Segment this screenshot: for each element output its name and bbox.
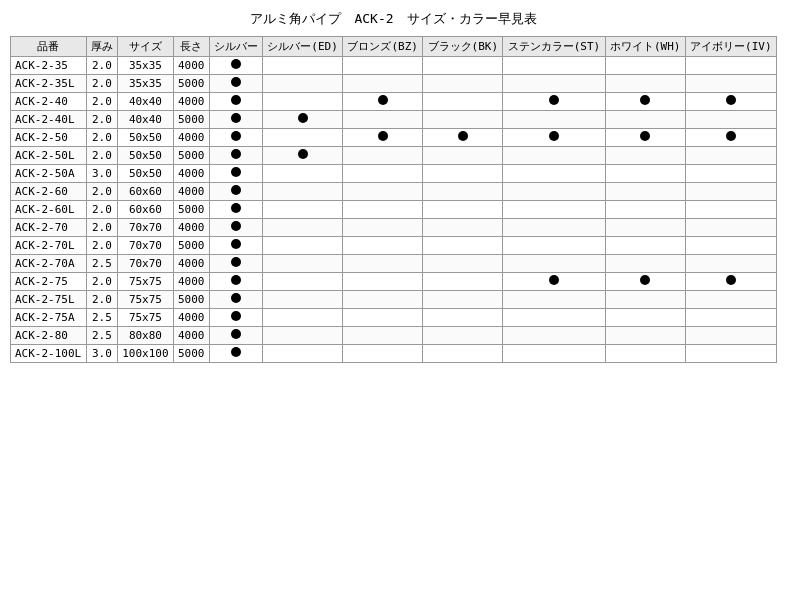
availability-dot	[231, 131, 241, 141]
cell-size: 35x35	[118, 57, 174, 75]
availability-dot	[231, 167, 241, 177]
availability-dot	[549, 95, 559, 105]
cell-silver_ed	[263, 345, 343, 363]
table-row: ACK-2-50L2.050x505000	[11, 147, 777, 165]
header-white-wh: ホワイト(WH)	[605, 37, 685, 57]
availability-dot	[231, 329, 241, 339]
cell-nagasa: 4000	[173, 57, 209, 75]
cell-white_wh	[605, 75, 685, 93]
cell-nagasa: 5000	[173, 201, 209, 219]
cell-nagasa: 5000	[173, 345, 209, 363]
cell-white_wh	[605, 219, 685, 237]
cell-sten_st	[503, 273, 605, 291]
cell-sten_st	[503, 327, 605, 345]
cell-nagasa: 4000	[173, 183, 209, 201]
cell-nagasa: 4000	[173, 309, 209, 327]
header-nagasa: 長さ	[173, 37, 209, 57]
cell-atsumi: 2.0	[86, 219, 117, 237]
cell-bronze_bz	[343, 147, 423, 165]
availability-dot	[458, 131, 468, 141]
cell-bronze_bz	[343, 345, 423, 363]
cell-nagasa: 4000	[173, 273, 209, 291]
cell-black_bk	[423, 165, 503, 183]
cell-sten_st	[503, 237, 605, 255]
cell-silver_ed	[263, 327, 343, 345]
cell-bronze_bz	[343, 201, 423, 219]
table-row: ACK-2-602.060x604000	[11, 183, 777, 201]
table-row: ACK-2-35L2.035x355000	[11, 75, 777, 93]
availability-dot	[231, 221, 241, 231]
cell-black_bk	[423, 273, 503, 291]
cell-black_bk	[423, 111, 503, 129]
availability-dot	[231, 95, 241, 105]
cell-size: 75x75	[118, 291, 174, 309]
cell-silver	[209, 345, 262, 363]
cell-ivory_iv	[685, 201, 776, 219]
availability-dot	[231, 203, 241, 213]
cell-hinban: ACK-2-80	[11, 327, 87, 345]
cell-silver_ed	[263, 273, 343, 291]
cell-nagasa: 5000	[173, 237, 209, 255]
cell-atsumi: 2.0	[86, 273, 117, 291]
availability-dot	[298, 113, 308, 123]
cell-bronze_bz	[343, 291, 423, 309]
cell-silver	[209, 147, 262, 165]
cell-atsumi: 2.0	[86, 291, 117, 309]
availability-dot	[726, 95, 736, 105]
cell-size: 40x40	[118, 93, 174, 111]
table-row: ACK-2-702.070x704000	[11, 219, 777, 237]
table-row: ACK-2-70A2.570x704000	[11, 255, 777, 273]
cell-atsumi: 2.0	[86, 201, 117, 219]
cell-white_wh	[605, 345, 685, 363]
cell-bronze_bz	[343, 129, 423, 147]
availability-dot	[231, 113, 241, 123]
table-row: ACK-2-75A2.575x754000	[11, 309, 777, 327]
availability-dot	[231, 77, 241, 87]
cell-black_bk	[423, 291, 503, 309]
cell-hinban: ACK-2-40L	[11, 111, 87, 129]
cell-bronze_bz	[343, 219, 423, 237]
cell-silver	[209, 273, 262, 291]
cell-size: 70x70	[118, 255, 174, 273]
cell-hinban: ACK-2-35L	[11, 75, 87, 93]
cell-white_wh	[605, 255, 685, 273]
cell-silver_ed	[263, 129, 343, 147]
cell-bronze_bz	[343, 57, 423, 75]
cell-sten_st	[503, 75, 605, 93]
cell-silver_ed	[263, 237, 343, 255]
cell-size: 50x50	[118, 165, 174, 183]
cell-sten_st	[503, 165, 605, 183]
cell-atsumi: 2.0	[86, 57, 117, 75]
cell-bronze_bz	[343, 255, 423, 273]
cell-ivory_iv	[685, 327, 776, 345]
header-ivory-iv: アイボリー(IV)	[685, 37, 776, 57]
product-table: 品番 厚み サイズ 長さ シルバー シルバー(ED) ブロンズ(BZ) ブラック…	[10, 36, 777, 363]
availability-dot	[640, 95, 650, 105]
availability-dot	[231, 311, 241, 321]
cell-ivory_iv	[685, 111, 776, 129]
cell-hinban: ACK-2-40	[11, 93, 87, 111]
cell-black_bk	[423, 75, 503, 93]
cell-silver	[209, 291, 262, 309]
cell-black_bk	[423, 327, 503, 345]
availability-dot	[378, 131, 388, 141]
cell-size: 60x60	[118, 201, 174, 219]
table-row: ACK-2-40L2.040x405000	[11, 111, 777, 129]
cell-bronze_bz	[343, 93, 423, 111]
cell-hinban: ACK-2-70L	[11, 237, 87, 255]
cell-ivory_iv	[685, 75, 776, 93]
cell-ivory_iv	[685, 183, 776, 201]
cell-sten_st	[503, 309, 605, 327]
cell-nagasa: 5000	[173, 75, 209, 93]
cell-hinban: ACK-2-70	[11, 219, 87, 237]
cell-sten_st	[503, 57, 605, 75]
header-black-bk: ブラック(BK)	[423, 37, 503, 57]
cell-silver_ed	[263, 75, 343, 93]
header-size: サイズ	[118, 37, 174, 57]
cell-silver	[209, 57, 262, 75]
cell-nagasa: 4000	[173, 219, 209, 237]
cell-atsumi: 2.0	[86, 75, 117, 93]
cell-nagasa: 5000	[173, 291, 209, 309]
cell-bronze_bz	[343, 165, 423, 183]
cell-ivory_iv	[685, 345, 776, 363]
